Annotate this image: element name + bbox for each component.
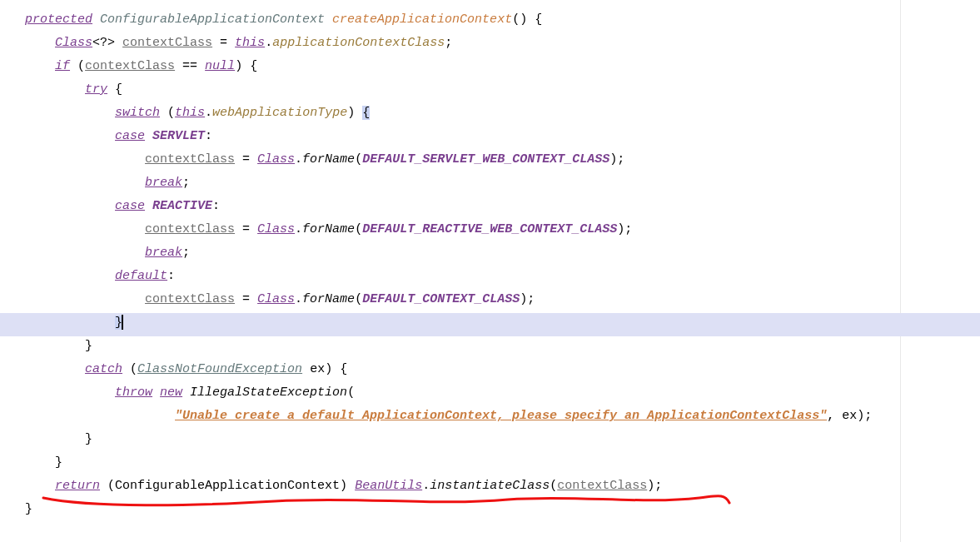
comma: , (827, 409, 842, 423)
paren-close: ) (235, 59, 242, 73)
keyword-catch: catch (85, 362, 122, 376)
semicolon: ; (617, 152, 624, 167)
paren-close: ) (609, 152, 617, 167)
call-forname: forName (302, 222, 355, 236)
colon: : (167, 269, 175, 283)
code-line: } (0, 451, 980, 475)
keyword-try: try (85, 82, 107, 97)
class-ref: Class (257, 222, 295, 236)
space (242, 59, 250, 73)
call-forname: forName (302, 292, 355, 306)
code-line: return (ConfigurableApplicationContext) … (0, 475, 980, 498)
class-ref: Class (257, 292, 295, 306)
class-ref: Class (55, 36, 92, 50)
dot: . (295, 222, 302, 236)
colon: : (212, 199, 220, 213)
paren-open: ( (107, 479, 115, 493)
cast-type: ConfigurableApplicationContext (115, 479, 340, 493)
keyword-this: this (235, 36, 265, 50)
code-line: throw new IllegalStateException( (0, 381, 980, 405)
code-line: case REACTIVE: (0, 195, 980, 218)
code-line: break; (0, 241, 980, 265)
semicolon: ; (864, 409, 872, 423)
var-contextclass: contextClass (145, 152, 235, 167)
brace-close: } (85, 432, 92, 446)
paren-open: ( (77, 59, 85, 73)
paren-close: ) (520, 12, 527, 27)
paren-open: ( (167, 106, 175, 120)
code-editor[interactable]: protected ConfigurableApplicationContext… (0, 0, 980, 542)
string-literal: "Unable create a default ApplicationCont… (175, 409, 827, 423)
brace-close: } (25, 502, 32, 516)
semicolon: ; (624, 222, 632, 236)
semicolon: ; (445, 36, 452, 50)
paren-close: ) (347, 106, 355, 120)
paren-close: ) (647, 479, 654, 493)
space (70, 59, 77, 73)
space (332, 362, 340, 376)
space (145, 129, 152, 143)
brace-open: { (535, 12, 542, 27)
const-default-context: DEFAULT_CONTEXT_CLASS (362, 292, 520, 306)
space (355, 106, 362, 120)
colon: : (205, 129, 212, 143)
paren-close: ) (617, 222, 624, 236)
equals-equals: == (175, 59, 205, 73)
code-line: contextClass = Class.forName(DEFAULT_REA… (0, 218, 980, 241)
space (145, 199, 152, 213)
current-line-highlight (0, 313, 980, 336)
keyword-case: case (115, 199, 145, 213)
code-line: } (0, 428, 980, 451)
paren-close: ) (340, 479, 347, 493)
semicolon: ; (527, 292, 535, 306)
space (302, 362, 310, 376)
keyword-break: break (145, 246, 182, 260)
paren-open: ( (130, 362, 137, 376)
space (107, 82, 115, 97)
code-line: catch (ClassNotFoundException ex) { (0, 358, 980, 381)
space (152, 385, 160, 400)
brace-open: { (250, 59, 257, 73)
semicolon: ; (182, 246, 190, 260)
brace-open-highlighted: { (362, 106, 370, 120)
code-line: protected ConfigurableApplicationContext… (0, 8, 980, 32)
keyword-return: return (55, 479, 100, 493)
exception-new-class: IllegalStateException (190, 385, 347, 400)
space (160, 106, 167, 120)
equals: = (212, 36, 235, 50)
code-line: contextClass = Class.forName(DEFAULT_CON… (0, 288, 980, 311)
enum-servlet: SERVLET (152, 129, 205, 143)
class-ref: Class (257, 152, 295, 167)
equals: = (235, 222, 257, 236)
space (347, 479, 355, 493)
dot: . (265, 36, 272, 50)
code-line: Class<?> contextClass = this.application… (0, 32, 980, 55)
code-line: case SERVLET: (0, 125, 980, 148)
paren-open: ( (355, 222, 362, 236)
exception-class: ClassNotFoundException (137, 362, 302, 376)
keyword-default: default (115, 269, 167, 283)
code-line: try { (0, 78, 980, 102)
brace-close: } (85, 339, 92, 353)
space (527, 12, 535, 27)
margin-guide (900, 0, 901, 542)
equals: = (235, 152, 257, 167)
var-contextclass: contextClass (145, 292, 235, 306)
paren-open: ( (347, 385, 355, 400)
space (182, 385, 190, 400)
dot: . (295, 292, 302, 306)
var-contextclass: contextClass (85, 59, 175, 73)
equals: = (235, 292, 257, 306)
dot: . (422, 479, 430, 493)
space (122, 362, 130, 376)
keyword-new: new (160, 385, 182, 400)
var-ex: ex (842, 409, 857, 423)
dot: . (295, 152, 302, 167)
code-line: contextClass = Class.forName(DEFAULT_SER… (0, 148, 980, 172)
field-applicationcontextclass: applicationContextClass (272, 36, 445, 50)
method-name: createApplicationContext (332, 12, 512, 27)
generic: <?> (92, 36, 115, 50)
text-caret (122, 315, 123, 330)
paren-open: ( (550, 479, 557, 493)
semicolon: ; (182, 176, 190, 190)
